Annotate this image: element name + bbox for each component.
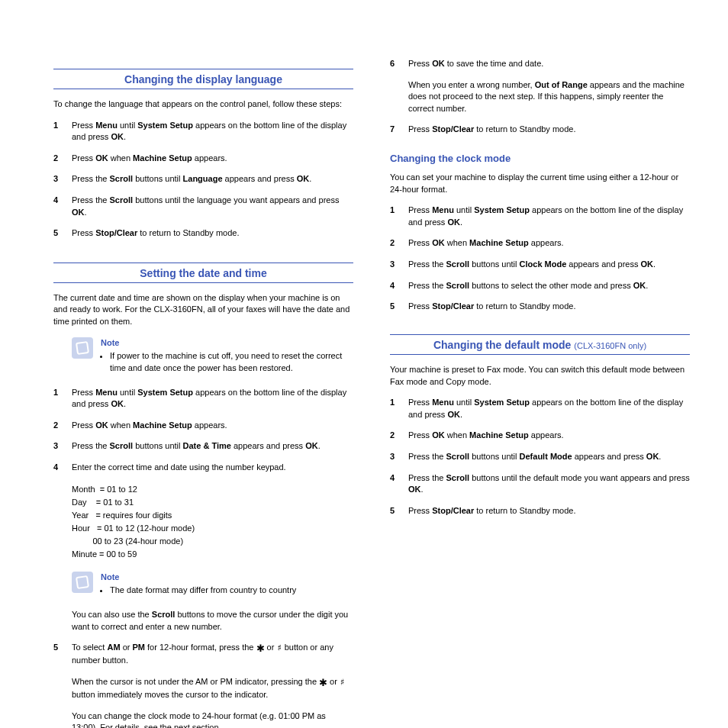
step-text: Press OK to save the time and date. bbox=[408, 58, 690, 70]
step-text: Press Stop/Clear to return to Standby mo… bbox=[408, 505, 690, 517]
step-number: 1 bbox=[390, 205, 408, 228]
range-line: Month = 01 to 12 bbox=[72, 483, 353, 496]
step-number: 6 bbox=[390, 58, 408, 70]
section-heading-default-mode: Changing the default mode (CLX-3160FN on… bbox=[390, 334, 690, 355]
paragraph: When you enter a wrong number, Out of Ra… bbox=[408, 79, 690, 115]
step-item: 5Press Stop/Clear to return to Standby m… bbox=[53, 227, 353, 240]
step-number: 2 bbox=[53, 420, 72, 432]
step-text: Press the Scroll buttons to select the o… bbox=[408, 280, 690, 292]
intro-paragraph: Your machine is preset to Fax mode. You … bbox=[390, 364, 690, 388]
intro-paragraph: The current date and time are shown on t… bbox=[53, 292, 353, 328]
step-number: 3 bbox=[390, 451, 408, 463]
step-text: Press Stop/Clear to return to Standby mo… bbox=[408, 301, 690, 313]
step-number: 3 bbox=[53, 173, 72, 185]
step-number: 5 bbox=[390, 505, 408, 517]
step-text: Press OK when Machine Setup appears. bbox=[408, 237, 690, 250]
steps-list: 1Press Menu until System Setup appears o… bbox=[390, 397, 690, 517]
note-content: Note The date format may differ from cou… bbox=[101, 572, 353, 597]
step-text: Press the Scroll buttons until the defau… bbox=[408, 472, 690, 496]
note-box: Note The date format may differ from cou… bbox=[72, 572, 353, 597]
range-line: Minute = 00 to 59 bbox=[72, 548, 353, 561]
steps-list: 1Press Menu until System Setup appears o… bbox=[390, 205, 690, 313]
step-text: Press the Scroll buttons until Language … bbox=[72, 173, 353, 185]
step-number: 4 bbox=[390, 472, 408, 496]
step-item: 5 To select AM or PM for 12-hour format,… bbox=[53, 642, 353, 667]
step-text: To select AM or PM for 12-hour format, p… bbox=[72, 642, 353, 667]
step-item: 1Press Menu until System Setup appears o… bbox=[53, 387, 353, 411]
step-item: 5Press Stop/Clear to return to Standby m… bbox=[390, 505, 690, 517]
note-box: Note If power to the machine is cut off,… bbox=[72, 337, 353, 375]
step-text: Press Menu until System Setup appears on… bbox=[408, 205, 690, 228]
range-line: Year = requires four digits bbox=[72, 509, 353, 522]
step-number: 4 bbox=[53, 195, 72, 218]
step-text: Press Menu until System Setup appears on… bbox=[72, 120, 353, 143]
steps-list: 1Press Menu until System Setup appears o… bbox=[53, 387, 353, 474]
step-number: 1 bbox=[53, 387, 72, 411]
step-text: Press the Scroll buttons until the langu… bbox=[72, 195, 353, 218]
section-title-main: Changing the default mode bbox=[433, 339, 574, 351]
step-text: Press Menu until System Setup appears on… bbox=[72, 387, 353, 411]
step-item: 1Press Menu until System Setup appears o… bbox=[53, 120, 353, 143]
step-number: 3 bbox=[53, 440, 72, 453]
step-text: Press Stop/Clear to return to Standby mo… bbox=[72, 227, 353, 240]
range-line: 00 to 23 (24-hour mode) bbox=[72, 535, 353, 548]
step-item: 6Press OK to save the time and date. bbox=[390, 58, 690, 70]
note-icon bbox=[72, 572, 93, 593]
step-text: Press the Scroll buttons until Default M… bbox=[408, 451, 690, 463]
step-text: Press Menu until System Setup appears on… bbox=[408, 397, 690, 420]
step-item: 3Press the Scroll buttons until Clock Mo… bbox=[390, 259, 690, 271]
right-column: 6Press OK to save the time and date. Whe… bbox=[390, 53, 690, 728]
date-ranges-block: Month = 01 to 12Day = 01 to 31Year = req… bbox=[72, 483, 353, 561]
section-title-sub: (CLX-3160FN only) bbox=[574, 341, 646, 350]
step-number: 4 bbox=[53, 462, 72, 474]
step-text: Press the Scroll buttons until Clock Mod… bbox=[408, 259, 690, 271]
step-number: 2 bbox=[390, 237, 408, 250]
step-item: 2Press OK when Machine Setup appears. bbox=[390, 237, 690, 250]
step-item: 2Press OK when Machine Setup appears. bbox=[390, 430, 690, 442]
step-item: 2Press OK when Machine Setup appears. bbox=[53, 420, 353, 432]
range-line: Hour = 01 to 12 (12-hour mode) bbox=[72, 522, 353, 535]
step-number: 4 bbox=[390, 280, 408, 292]
step-number: 5 bbox=[53, 227, 72, 240]
paragraph: You can change the clock mode to 24-hour… bbox=[72, 710, 353, 728]
step-item: 1Press Menu until System Setup appears o… bbox=[390, 205, 690, 228]
step-item: 7 Press Stop/Clear to return to Standby … bbox=[390, 124, 690, 136]
intro-paragraph: You can set your machine to display the … bbox=[390, 172, 690, 195]
section-heading-display-language: Changing the display language bbox=[53, 69, 353, 89]
two-column-layout: Changing the display language To change … bbox=[53, 53, 690, 728]
left-column: Changing the display language To change … bbox=[53, 53, 353, 728]
steps-list: 1Press Menu until System Setup appears o… bbox=[53, 120, 353, 240]
step-number: 5 bbox=[390, 301, 408, 313]
step-text: Press OK when Machine Setup appears. bbox=[408, 430, 690, 442]
step-item: 1Press Menu until System Setup appears o… bbox=[390, 397, 690, 420]
paragraph: You can also use the Scroll buttons to m… bbox=[72, 609, 353, 633]
step-text: Press the Scroll buttons until Date & Ti… bbox=[72, 440, 353, 453]
range-line: Day = 01 to 31 bbox=[72, 496, 353, 509]
step-item: 2Press OK when Machine Setup appears. bbox=[53, 153, 353, 165]
step-number: 2 bbox=[53, 153, 72, 165]
section-heading-date-time: Setting the date and time bbox=[53, 263, 353, 283]
step-item: 3Press the Scroll buttons until Language… bbox=[53, 173, 353, 185]
step-item: 4Press the Scroll buttons to select the … bbox=[390, 280, 690, 292]
step-text: Press OK when Machine Setup appears. bbox=[72, 420, 353, 432]
step-text: Press OK when Machine Setup appears. bbox=[72, 153, 353, 165]
step-number: 3 bbox=[390, 259, 408, 271]
note-text: If power to the machine is cut off, you … bbox=[110, 350, 353, 374]
step-item: 3Press the Scroll buttons until Default … bbox=[390, 451, 690, 463]
steps-list: 6Press OK to save the time and date. bbox=[390, 58, 690, 70]
step-number: 5 bbox=[53, 642, 72, 667]
paragraph: When the cursor is not under the AM or P… bbox=[72, 676, 353, 701]
note-label: Note bbox=[101, 337, 353, 350]
intro-paragraph: To change the language that appears on t… bbox=[53, 98, 353, 111]
note-label: Note bbox=[101, 572, 353, 584]
step-item: 3Press the Scroll buttons until Date & T… bbox=[53, 440, 353, 453]
step-number: 1 bbox=[390, 397, 408, 420]
step-item: 5Press Stop/Clear to return to Standby m… bbox=[390, 301, 690, 313]
step-number: 7 bbox=[390, 124, 408, 136]
step-number: 1 bbox=[53, 120, 72, 143]
page: Changing the display language To change … bbox=[0, 0, 728, 728]
step-item: 4Enter the correct time and date using t… bbox=[53, 462, 353, 474]
step-text: Enter the correct time and date using th… bbox=[72, 462, 353, 474]
step-number: 2 bbox=[390, 430, 408, 442]
steps-list: 5 To select AM or PM for 12-hour format,… bbox=[53, 642, 353, 667]
